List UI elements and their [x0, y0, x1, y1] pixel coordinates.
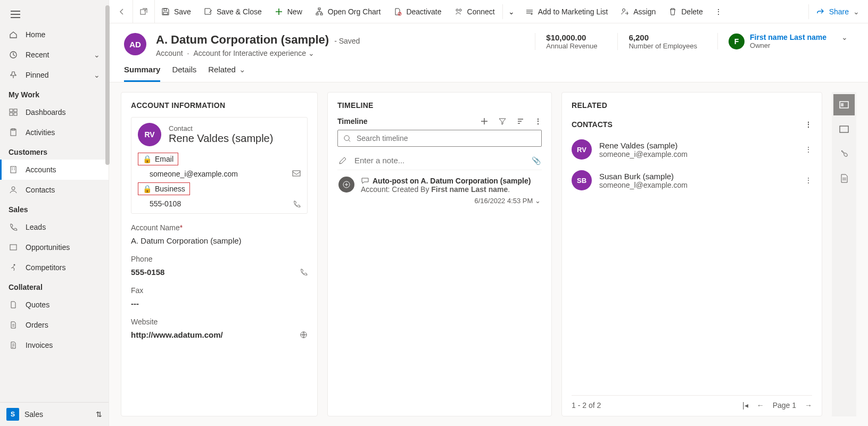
- nav-invoices[interactable]: Invoices: [0, 335, 109, 355]
- cmd-delete[interactable]: Delete: [662, 0, 709, 23]
- cmd-connect[interactable]: Connect: [448, 0, 501, 23]
- timeline-note-row[interactable]: 📎: [337, 151, 542, 170]
- card-icon: [839, 101, 849, 108]
- rail-documents[interactable]: [833, 168, 855, 189]
- mail-card-icon[interactable]: [292, 170, 301, 178]
- rail-panel[interactable]: [833, 119, 855, 140]
- timeline-filter[interactable]: [498, 117, 507, 126]
- nav-contacts[interactable]: Contacts: [0, 180, 109, 200]
- rail-tools[interactable]: [833, 143, 855, 164]
- timeline-search[interactable]: [337, 130, 542, 147]
- document-icon: [9, 300, 18, 310]
- nav-leads[interactable]: Leads: [0, 217, 109, 237]
- cmd-deactivate[interactable]: Deactivate: [387, 0, 448, 23]
- cmd-label: Open Org Chart: [328, 7, 381, 16]
- owner-name: First name Last name: [750, 33, 826, 41]
- panel-timeline: TIMELINE Timeline ⋮ 📎: [327, 92, 552, 416]
- field-account-name[interactable]: Account Name* A. Datum Corporation (samp…: [131, 223, 308, 245]
- nav-orders[interactable]: Orders: [0, 315, 109, 335]
- timeline-item[interactable]: Auto-post on A. Datum Corporation (sampl…: [337, 170, 542, 211]
- popout-button[interactable]: [133, 0, 155, 23]
- pager-first[interactable]: |◂: [742, 401, 748, 410]
- nav-home[interactable]: Home: [0, 24, 109, 45]
- svg-rect-1: [10, 109, 13, 112]
- timeline-sort[interactable]: [516, 117, 525, 126]
- tab-summary[interactable]: Summary: [124, 65, 160, 82]
- rail-assistant[interactable]: [833, 94, 855, 115]
- nav-quotes[interactable]: Quotes: [0, 295, 109, 315]
- separator: [502, 4, 503, 19]
- nav-accounts[interactable]: Accounts: [0, 160, 109, 180]
- cmd-assign[interactable]: Assign: [614, 0, 662, 23]
- field-fax[interactable]: Fax ---: [131, 286, 308, 308]
- svg-rect-11: [140, 10, 145, 14]
- autopost-icon: [338, 177, 354, 193]
- cmd-marketing-list[interactable]: Add to Marketing List: [519, 0, 615, 23]
- related-contact-item[interactable]: RV Rene Valdes (sample) someone_i@exampl…: [572, 134, 812, 165]
- timeline-item-sub: Account: Created By First name Last name…: [361, 185, 541, 194]
- panel-title: ACCOUNT INFORMATION: [131, 101, 308, 110]
- cmd-connect-split[interactable]: ⌄: [504, 0, 519, 23]
- sidebar-area-switcher[interactable]: S Sales ⇅: [0, 402, 109, 426]
- save-icon: [161, 7, 170, 16]
- header-expand[interactable]: ⌄: [836, 33, 853, 41]
- header-metric-employees: 6,200 Number of Employees: [617, 33, 708, 50]
- nav-pinned[interactable]: Pinned ⌄: [0, 65, 109, 85]
- nav-dashboards[interactable]: Dashboards: [0, 102, 109, 122]
- pager-next[interactable]: →: [805, 401, 812, 410]
- globe-icon[interactable]: [300, 331, 308, 339]
- cmd-overflow[interactable]: ⋮: [709, 0, 728, 23]
- pencil-icon: [338, 156, 347, 165]
- phone-icon[interactable]: [300, 268, 308, 276]
- attachment-icon[interactable]: 📎: [532, 156, 541, 165]
- home-icon: [9, 30, 18, 39]
- runner-icon: [9, 263, 18, 272]
- tab-details[interactable]: Details: [172, 65, 196, 82]
- cmd-label: New: [287, 7, 302, 16]
- timeline-item-title: Auto-post on A. Datum Corporation (sampl…: [373, 177, 531, 185]
- tab-related[interactable]: Related⌄: [208, 65, 246, 82]
- timeline-note-input[interactable]: [353, 155, 525, 165]
- nav-activities[interactable]: Activities: [0, 122, 109, 143]
- nav-competitors[interactable]: Competitors: [0, 257, 109, 278]
- sidebar-scrollbar[interactable]: [105, 0, 110, 426]
- dashboard-icon: [9, 107, 18, 117]
- field-value: 555-0158: [131, 268, 164, 277]
- nav-recent[interactable]: Recent ⌄: [0, 45, 109, 65]
- contact-avatar: SB: [572, 170, 592, 190]
- nav-opportunities[interactable]: Opportunities: [0, 237, 109, 257]
- cmd-share[interactable]: Share ⌄: [810, 0, 866, 23]
- related-section-more[interactable]: ⋮: [805, 120, 812, 129]
- hamburger-menu[interactable]: [0, 4, 109, 24]
- pager-prev[interactable]: ←: [757, 401, 764, 410]
- svg-rect-2: [14, 109, 17, 112]
- field-website[interactable]: Website http://www.adatum.com/: [131, 318, 308, 339]
- cmd-save[interactable]: Save: [155, 0, 197, 23]
- timeline-add[interactable]: [480, 117, 489, 126]
- timeline-search-input[interactable]: [356, 133, 536, 143]
- form-selector[interactable]: Account for Interactive experience ⌄: [193, 49, 315, 57]
- contact-business-value[interactable]: 555-0108: [138, 199, 181, 208]
- chevron-down-icon[interactable]: ⌄: [535, 197, 541, 205]
- header-owner[interactable]: F First name Last name Owner: [717, 33, 826, 49]
- nav-group-title: Customers: [0, 143, 109, 160]
- back-button[interactable]: [111, 0, 133, 23]
- metric-label: Number of Employees: [629, 42, 697, 50]
- related-item-more[interactable]: ⋮: [805, 145, 812, 154]
- saved-indicator: - Saved: [334, 37, 360, 45]
- field-phone[interactable]: Phone 555-0158: [131, 255, 308, 277]
- contact-name[interactable]: Rene Valdes (sample): [169, 132, 273, 145]
- marketing-icon: [525, 7, 534, 16]
- phone-icon[interactable]: [293, 200, 301, 208]
- cmd-org-chart[interactable]: Open Org Chart: [309, 0, 387, 23]
- contact-avatar: RV: [572, 139, 592, 160]
- cmd-save-close[interactable]: Save & Close: [197, 0, 268, 23]
- svg-point-18: [456, 9, 458, 11]
- related-contact-item[interactable]: SB Susan Burk (sample) someone_l@example…: [572, 165, 812, 196]
- field-value: ---: [131, 299, 308, 308]
- timeline-more[interactable]: ⋮: [534, 117, 542, 126]
- cmd-new[interactable]: New: [268, 0, 309, 23]
- related-pager: 1 - 2 of 2 |◂ ← Page 1 →: [572, 395, 812, 410]
- contact-email-value[interactable]: someone_i@example.com: [138, 170, 238, 178]
- related-item-more[interactable]: ⋮: [805, 176, 812, 185]
